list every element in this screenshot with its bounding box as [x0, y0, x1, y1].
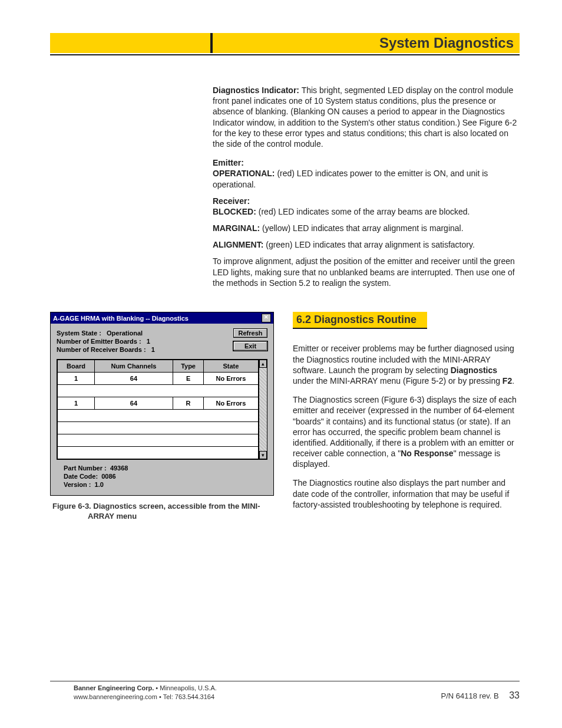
scroll-down-icon[interactable]: ▾ [259, 451, 267, 459]
marginal-label: MARGINAL: [213, 223, 260, 233]
alignment-text: (green) LED indicates that array alignme… [263, 240, 474, 249]
refresh-button[interactable]: Refresh [233, 328, 267, 338]
dialog-meta: Part Number : 49368 Date Code: 0086 Vers… [57, 465, 267, 488]
improve-alignment-text: To improve alignment, adjust the positio… [213, 256, 520, 288]
version-label: Version : [64, 481, 91, 488]
p1d: F2 [503, 376, 512, 386]
header-accent-left [50, 33, 210, 53]
marginal-text: (yellow) LED indicates that array alignm… [260, 223, 463, 233]
footer-pn: P/N 64118 rev. B [441, 691, 499, 700]
blocked-text: (red) LED indicates some of the array be… [256, 207, 470, 216]
exit-button[interactable]: Exit [233, 341, 267, 351]
cell-state: No Errors [204, 397, 258, 410]
footer-contact: www.bannerengineering.com • Tel: 763.544… [74, 693, 214, 700]
section-heading: 6.2 Diagnostics Routine [293, 312, 427, 329]
table-row [58, 385, 259, 397]
diagnostics-table-wrap: Board Num Channels Type State 1 64 [57, 359, 267, 460]
cell-type: R [173, 397, 203, 410]
intro-text-block: Diagnostics Indicator: This bright, segm… [213, 85, 520, 288]
table-row [58, 422, 259, 434]
header-underline [50, 54, 520, 55]
scrollbar[interactable]: ▴ ▾ [259, 360, 267, 459]
part-number-value: 49368 [110, 465, 128, 472]
close-icon[interactable]: ✕ [262, 314, 271, 322]
operational-label: OPERATIONAL: [213, 169, 275, 178]
emitter-boards-value: 1 [147, 338, 150, 345]
p1c: under the MINI-ARRAY menu (Figure 5-2) o… [293, 376, 503, 386]
cell-channels: 64 [95, 397, 173, 410]
cell-type: E [173, 373, 203, 385]
section-title: System Diagnostics [213, 33, 520, 53]
dialog-titlebar: A-GAGE HRMA with Blanking -- Diagnostics… [51, 312, 273, 324]
date-code-label: Date Code: [64, 473, 98, 480]
date-code-value: 0086 [101, 473, 115, 480]
p1b: Diagnostics [451, 365, 497, 375]
col-num-channels: Num Channels [95, 360, 173, 373]
system-state-value: Operational [107, 330, 143, 337]
p2b: No Response [401, 449, 453, 458]
cell-board: 1 [58, 373, 95, 385]
figure-caption: Figure 6-3. Diagnostics screen, accessib… [85, 502, 274, 522]
footer-loc: • Minneapolis, U.S.A. [154, 684, 217, 691]
diagnostics-table: Board Num Channels Type State 1 64 [57, 360, 259, 459]
p3: The Diagnostics routine also displays th… [293, 477, 520, 510]
emitter-boards-label: Number of Emitter Boards : [57, 338, 141, 345]
part-number-label: Part Number : [64, 465, 107, 472]
cell-channels: 64 [95, 373, 173, 385]
page-header: System Diagnostics [50, 33, 520, 53]
receiver-boards-label: Number of Receiver Boards : [57, 346, 146, 353]
diagnostics-dialog: A-GAGE HRMA with Blanking -- Diagnostics… [50, 312, 274, 496]
page-footer: Banner Engineering Corp. • Minneapolis, … [50, 681, 520, 701]
diag-indicator-label: Diagnostics Indicator: [213, 85, 299, 95]
table-row [58, 434, 259, 447]
footer-company: Banner Engineering Corp. [74, 684, 154, 691]
version-value: 1.0 [95, 481, 104, 488]
alignment-label: ALIGNMENT: [213, 240, 263, 249]
receiver-label: Receiver: [213, 196, 250, 206]
section-6-2: 6.2 Diagnostics Routine Emitter or recei… [293, 312, 520, 522]
emitter-label: Emitter: [213, 158, 244, 167]
col-state: State [204, 360, 258, 373]
cell-state: No Errors [204, 373, 258, 385]
scroll-up-icon[interactable]: ▴ [259, 360, 267, 368]
table-row [58, 410, 259, 422]
cell-board: 1 [58, 397, 95, 410]
receiver-boards-value: 1 [151, 346, 155, 353]
page-number: 33 [509, 690, 520, 700]
dialog-title-text: A-GAGE HRMA with Blanking -- Diagnostics [53, 315, 189, 322]
table-row: 1 64 E No Errors [58, 373, 259, 385]
col-type: Type [173, 360, 203, 373]
table-row: 1 64 R No Errors [58, 397, 259, 410]
p1e: . [512, 376, 514, 386]
system-state-label: System State : [57, 330, 101, 337]
table-row [58, 447, 259, 459]
diag-indicator-text: This bright, segmented LED display on th… [213, 85, 517, 149]
col-board: Board [58, 360, 95, 373]
blocked-label: BLOCKED: [213, 207, 256, 216]
